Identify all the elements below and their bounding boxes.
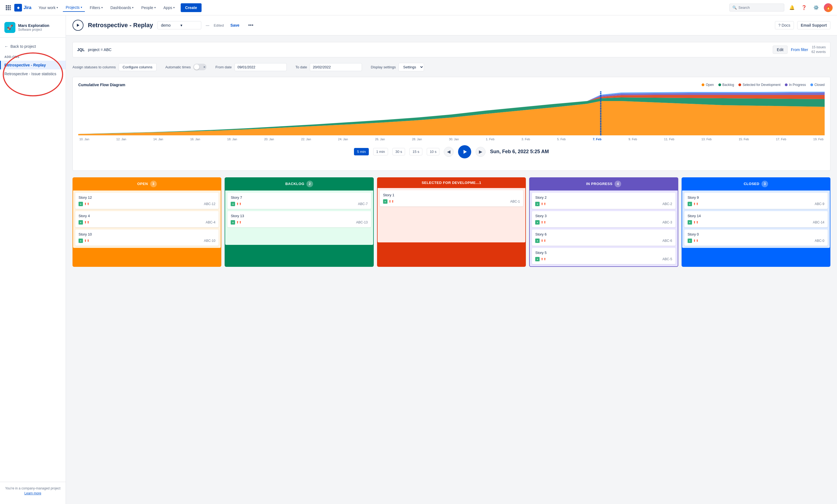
x-label-5: 20. Jan xyxy=(264,138,274,141)
x-label-17: 13. Feb xyxy=(701,138,712,141)
kanban-card-story10[interactable]: Story 10 ⬆⬆ ABC-10 xyxy=(75,230,218,246)
nav-dashboards[interactable]: Dashboards ▾ xyxy=(108,4,137,12)
card-story13-id: ABC-13 xyxy=(356,220,368,224)
auto-times-label: Automatic times xyxy=(165,65,191,69)
speed-30s-button[interactable]: 30 s xyxy=(392,148,405,155)
svg-rect-3 xyxy=(6,7,7,8)
chart-title: Cumulative Flow Diagram xyxy=(78,83,125,87)
kanban-card-story14[interactable]: Story 14 ⬆⬆ ABC-14 xyxy=(684,211,828,227)
chart-legend: Open Backlog Selected for Development xyxy=(701,83,825,87)
email-support-button[interactable]: Email Support xyxy=(797,21,831,29)
app-grid-icon[interactable] xyxy=(4,4,12,12)
nav-your-work[interactable]: Your work ▾ xyxy=(36,4,61,12)
sidebar-learn-more-link[interactable]: Learn more xyxy=(4,491,61,495)
more-options-button[interactable]: ••• xyxy=(246,21,256,29)
x-label-6: 22. Jan xyxy=(301,138,311,141)
kanban-card-story9[interactable]: Story 9 ⬆⬆ ABC-9 xyxy=(684,193,828,209)
col-open-count: 3 xyxy=(150,181,157,187)
save-button[interactable]: Save xyxy=(228,22,242,29)
speed-1min-button[interactable]: 1 min xyxy=(373,148,388,155)
sidebar-item-retrospective-statistics[interactable]: Retrospective - Issue statistics xyxy=(0,69,66,78)
col-selected-body: Story 1 ⬆⬆ ABC-1 xyxy=(377,188,526,243)
story-icon xyxy=(78,202,83,206)
kanban-card-story1[interactable]: Story 1 ⬆⬆ ABC-1 xyxy=(380,190,523,206)
nav-projects[interactable]: Projects ▾ xyxy=(63,4,85,12)
playback-play-button[interactable] xyxy=(458,145,471,158)
svg-rect-8 xyxy=(10,9,11,10)
playback-prev-button[interactable]: ◀ xyxy=(444,147,453,157)
replay-play-icon[interactable] xyxy=(72,20,84,31)
card-story13-title: Story 13 xyxy=(231,214,368,218)
sidebar-section-title: Add-ons xyxy=(0,53,66,61)
project-type: Software project xyxy=(18,28,50,32)
create-button[interactable]: Create xyxy=(181,3,201,12)
toggle-switch[interactable]: ✕ xyxy=(193,64,207,70)
sidebar-footer: You're in a company-managed project Lear… xyxy=(0,482,66,500)
nav-people[interactable]: People ▾ xyxy=(138,4,158,12)
kanban-card-story4[interactable]: Story 4 ⬆⬆ ABC-4 xyxy=(75,211,218,227)
demo-select-chevron: ▾ xyxy=(180,23,198,28)
back-to-project-label: Back to project xyxy=(11,44,36,49)
to-date-input[interactable] xyxy=(310,63,362,71)
story-icon xyxy=(231,202,235,206)
nav-filters[interactable]: Filters ▾ xyxy=(87,4,105,12)
col-inprogress-header: IN PROGRESS 4 xyxy=(529,177,678,191)
kanban-card-story3[interactable]: Story 3 ⬆⬆ ABC-3 xyxy=(532,211,675,227)
from-date-input[interactable] xyxy=(234,63,287,71)
settings-select[interactable]: Settings xyxy=(398,63,424,71)
kanban-card-story12[interactable]: Story 12 ⬆⬆ ABC-12 xyxy=(75,193,218,209)
card-story4-title: Story 4 xyxy=(78,214,215,218)
filter-row: Assign statuses to columns Configure col… xyxy=(72,63,831,71)
docs-button[interactable]: ? Docs xyxy=(775,21,794,29)
card-story0-footer: ⬆⬆ ABC-0 xyxy=(688,238,824,243)
jql-edit-button[interactable]: Edit xyxy=(773,46,787,54)
nav-apps-label: Apps xyxy=(163,5,172,10)
kanban-card-story7[interactable]: Story 7 ⬆⬆ ABC-7 xyxy=(227,193,371,209)
main-content: Retrospective - Replay demo ▾ — Edited S… xyxy=(66,15,837,504)
speed-5min-button[interactable]: 5 min xyxy=(354,148,369,155)
col-backlog-body: Story 7 ⬆⬆ ABC-7 Story 13 ⬆⬆ xyxy=(225,191,373,246)
kanban-card-story6[interactable]: Story 6 ⬆⬆ ABC-6 xyxy=(532,230,675,246)
kanban-card-story2[interactable]: Story 2 ⬆⬆ ABC-2 xyxy=(532,193,675,209)
card-story6-footer: ⬆⬆ ABC-6 xyxy=(535,238,672,243)
x-label-1: 12. Jan xyxy=(117,138,126,141)
jira-logo[interactable]: ◆ Jira xyxy=(14,4,31,12)
card-story12-title: Story 12 xyxy=(78,195,215,200)
card-story1-footer: ⬆⬆ ABC-1 xyxy=(383,199,520,204)
priority-icon: ⬆⬆ xyxy=(541,202,546,206)
nav-apps[interactable]: Apps ▾ xyxy=(161,4,177,12)
auto-times-toggle[interactable]: ✕ xyxy=(193,64,207,70)
notifications-icon[interactable]: 🔔 xyxy=(787,3,796,12)
sidebar-item-retrospective-replay[interactable]: Retrospective - Replay xyxy=(0,61,66,69)
col-closed-header: CLOSED 3 xyxy=(681,177,831,191)
legend-open: Open xyxy=(701,83,714,87)
legend-open-label: Open xyxy=(706,83,714,87)
card-story2-id: ABC-2 xyxy=(662,202,672,206)
search-box[interactable]: 🔍 Search xyxy=(729,4,784,12)
story-icon xyxy=(688,202,692,206)
kanban-card-story13[interactable]: Story 13 ⬆⬆ ABC-13 xyxy=(227,211,371,227)
configure-columns-button[interactable]: Configure columns xyxy=(119,63,157,71)
kanban-card-story5[interactable]: Story 5 ⬆⬆ ABC-5 xyxy=(532,248,675,264)
jql-input[interactable] xyxy=(88,48,769,52)
card-story7-id: ABC-7 xyxy=(358,202,368,206)
back-to-project-button[interactable]: ← Back to project xyxy=(0,42,66,51)
speed-10s-button[interactable]: 10 s xyxy=(427,148,440,155)
jql-from-filter[interactable]: From filter xyxy=(791,48,808,52)
help-icon[interactable]: ❓ xyxy=(800,3,808,12)
card-story12-footer: ⬆⬆ ABC-12 xyxy=(78,202,215,206)
col-backlog-label: BACKLOG xyxy=(285,182,304,186)
demo-select[interactable]: demo ▾ xyxy=(157,21,201,29)
project-details: Mars Exploration Software project xyxy=(18,23,50,32)
kanban-card-story0[interactable]: Story 0 ⬆⬆ ABC-0 xyxy=(684,230,828,246)
col-closed-label: CLOSED xyxy=(744,182,759,186)
priority-icon: ⬆⬆ xyxy=(237,220,241,224)
speed-15s-button[interactable]: 15 s xyxy=(409,148,422,155)
settings-icon[interactable]: ⚙️ xyxy=(812,3,820,12)
nav-dashboards-chevron: ▾ xyxy=(132,6,133,9)
playback-next-button[interactable]: ▶ xyxy=(476,147,485,157)
from-date-label: From date xyxy=(215,65,231,69)
user-avatar[interactable]: 🔥 xyxy=(824,3,833,12)
search-placeholder: Search xyxy=(738,5,750,10)
legend-inprogress-dot xyxy=(785,84,787,86)
